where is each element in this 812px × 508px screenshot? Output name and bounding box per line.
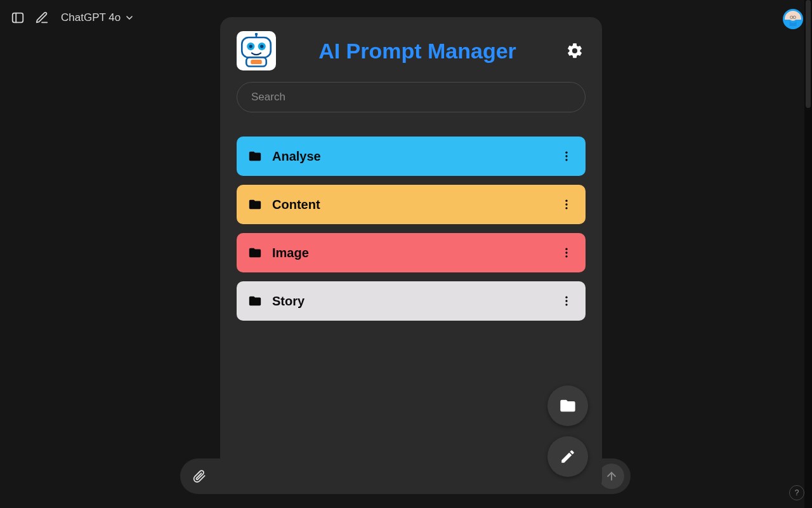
svg-point-20 <box>565 203 567 205</box>
dots-vertical-icon <box>560 246 573 259</box>
svg-point-22 <box>565 248 567 250</box>
new-prompt-button[interactable] <box>547 436 588 477</box>
search-input[interactable] <box>237 82 586 112</box>
model-selector[interactable]: ChatGPT 4o <box>61 11 134 24</box>
fab-stack <box>547 385 588 477</box>
help-label: ? <box>795 488 799 497</box>
scrollbar[interactable] <box>804 0 812 508</box>
send-button[interactable] <box>599 464 624 489</box>
app-logo <box>237 31 276 70</box>
model-label: ChatGPT 4o <box>61 11 121 24</box>
folder-label: Image <box>272 246 309 260</box>
folder-menu-button[interactable] <box>559 149 574 164</box>
folder-icon <box>248 197 262 211</box>
svg-point-24 <box>565 255 567 257</box>
svg-point-27 <box>565 304 567 305</box>
svg-point-19 <box>565 200 567 202</box>
svg-point-13 <box>255 33 258 36</box>
settings-button[interactable] <box>564 40 586 62</box>
svg-point-10 <box>249 44 252 48</box>
avatar[interactable] <box>783 9 803 29</box>
svg-rect-15 <box>251 60 262 64</box>
folder-icon <box>248 294 262 308</box>
svg-point-18 <box>565 159 567 161</box>
help-button[interactable]: ? <box>789 485 804 500</box>
chevron-down-icon <box>124 13 134 23</box>
folder-menu-button[interactable] <box>559 293 574 309</box>
folder-item[interactable]: Story <box>237 281 586 321</box>
pencil-icon <box>560 448 576 465</box>
search-wrap <box>237 82 586 112</box>
folder-icon <box>559 397 577 415</box>
folder-icon <box>248 149 262 163</box>
dots-vertical-icon <box>560 295 573 307</box>
svg-point-16 <box>565 152 567 154</box>
folder-label: Content <box>272 197 320 212</box>
folder-label: Story <box>272 294 304 309</box>
folder-item[interactable]: Content <box>237 185 586 224</box>
folder-list: AnalyseContentImageStory <box>237 137 586 321</box>
svg-point-11 <box>260 44 263 48</box>
dots-vertical-icon <box>560 150 573 163</box>
folder-item[interactable]: Analyse <box>237 137 586 176</box>
folder-menu-button[interactable] <box>559 197 574 212</box>
folder-menu-button[interactable] <box>559 245 574 260</box>
svg-point-17 <box>565 155 567 157</box>
dots-vertical-icon <box>560 198 573 211</box>
svg-point-23 <box>565 251 567 253</box>
gear-icon <box>566 42 584 60</box>
svg-point-21 <box>565 207 567 209</box>
folder-label: Analyse <box>272 149 321 164</box>
folder-icon <box>248 246 262 260</box>
svg-rect-0 <box>13 13 23 23</box>
svg-point-26 <box>565 300 567 302</box>
prompt-manager-panel: AI Prompt Manager AnalyseContentImageSto… <box>220 17 602 491</box>
attach-button[interactable] <box>187 464 212 489</box>
svg-point-25 <box>565 297 567 298</box>
sidebar-toggle-icon[interactable] <box>9 9 27 27</box>
panel-header: AI Prompt Manager <box>237 29 586 73</box>
folder-item[interactable]: Image <box>237 233 586 272</box>
panel-title: AI Prompt Manager <box>276 39 564 64</box>
new-chat-icon[interactable] <box>33 9 51 27</box>
new-folder-button[interactable] <box>547 385 588 426</box>
